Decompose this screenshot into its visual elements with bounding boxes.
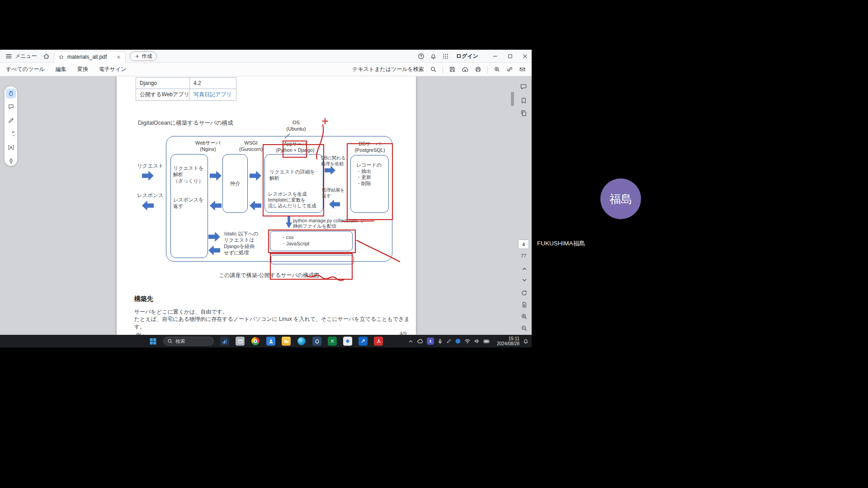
tray-chevron-up-icon[interactable] bbox=[408, 338, 414, 344]
clock-time: 15:11 bbox=[493, 336, 519, 342]
annotation-plus bbox=[322, 118, 328, 124]
app-monitor-icon[interactable] bbox=[220, 337, 229, 346]
create-button[interactable]: 作成 bbox=[130, 52, 157, 61]
save-icon[interactable] bbox=[449, 66, 456, 73]
taskbar: 検索 bbox=[0, 335, 532, 347]
search-icon bbox=[167, 338, 173, 344]
tray-pen-icon[interactable] bbox=[446, 338, 452, 344]
volume-icon[interactable] bbox=[474, 338, 480, 344]
menu-button[interactable]: メニュー bbox=[4, 52, 39, 61]
undo-tool-icon bbox=[8, 131, 14, 137]
app-pgadmin-icon[interactable] bbox=[312, 337, 321, 346]
add-text-tool-icon bbox=[8, 144, 14, 151]
tab-title: materials_all.pdf bbox=[67, 54, 107, 60]
notification-bell-icon[interactable] bbox=[523, 338, 529, 344]
login-button[interactable]: ログイン bbox=[454, 52, 480, 60]
windows-start-button[interactable] bbox=[149, 338, 157, 345]
print-icon[interactable] bbox=[475, 66, 481, 73]
title-bar: メニュー materials_all.pdf 作成 bbox=[0, 50, 532, 63]
apps-grid-icon[interactable] bbox=[442, 53, 449, 60]
all-tools-button[interactable]: すべてのツール bbox=[6, 66, 45, 73]
quick-tools-rail bbox=[5, 86, 17, 166]
pdf-page: Django 4.2 公開するWebアプリ 写真日記アプリ DigitalOce… bbox=[117, 76, 416, 335]
search-icon[interactable] bbox=[430, 66, 437, 73]
create-label: 作成 bbox=[142, 53, 152, 60]
hand-tool-icon bbox=[8, 90, 14, 97]
maximize-icon[interactable] bbox=[507, 53, 513, 59]
battery-icon[interactable] bbox=[483, 338, 490, 345]
star-icon[interactable] bbox=[58, 54, 64, 60]
annotation-strokes bbox=[117, 76, 416, 335]
comments-panel-button[interactable] bbox=[519, 82, 528, 92]
participant-avatar-label: 福島 bbox=[609, 192, 632, 206]
menu-label: メニュー bbox=[15, 52, 37, 60]
taskbar-search-label: 検索 bbox=[175, 338, 185, 345]
toolbar-separator bbox=[487, 66, 488, 73]
pages-panel-button[interactable] bbox=[519, 108, 528, 118]
scrollbar-thumb[interactable] bbox=[511, 92, 514, 106]
email-icon[interactable] bbox=[519, 66, 526, 73]
comment-tool-icon bbox=[8, 103, 14, 110]
next-page-button[interactable] bbox=[519, 275, 529, 285]
comment-tool[interactable] bbox=[6, 102, 16, 112]
tab-close-icon[interactable] bbox=[116, 55, 121, 60]
document-tab[interactable]: materials_all.pdf bbox=[54, 51, 126, 63]
esign-button[interactable]: 電子サイン bbox=[99, 66, 127, 73]
sign-tool-icon bbox=[8, 158, 14, 164]
file-explorer-icon[interactable] bbox=[282, 337, 291, 346]
tray-teams-icon[interactable] bbox=[427, 338, 434, 345]
find-icon[interactable] bbox=[494, 66, 500, 73]
annotation-curve bbox=[316, 125, 323, 159]
close-icon[interactable] bbox=[522, 53, 528, 59]
bookmarks-panel-button[interactable] bbox=[519, 95, 528, 105]
page-number-input[interactable]: 4 bbox=[518, 239, 529, 249]
toolbar-separator bbox=[443, 66, 443, 73]
prev-page-button[interactable] bbox=[519, 264, 529, 274]
tools-bar: すべてのツール 編集 変換 電子サイン テキストまたはツールを検索 bbox=[0, 63, 532, 76]
app-excel-icon[interactable] bbox=[328, 337, 337, 346]
tray-mic-icon[interactable] bbox=[437, 338, 443, 344]
app-photos-icon[interactable] bbox=[343, 337, 352, 346]
zoom-out-button[interactable] bbox=[519, 323, 529, 333]
convert-button[interactable]: 変換 bbox=[77, 66, 88, 73]
plus-icon bbox=[135, 54, 140, 59]
tray-app-dot-icon[interactable] bbox=[455, 338, 461, 344]
app-contacts-icon[interactable] bbox=[266, 337, 275, 346]
minimize-icon[interactable] bbox=[492, 53, 498, 59]
draw-tool-icon bbox=[8, 117, 14, 124]
clock-date: 2024/08/28 bbox=[493, 341, 519, 347]
link-icon[interactable] bbox=[506, 66, 513, 73]
app-edge-icon[interactable] bbox=[297, 337, 306, 346]
home-icon[interactable] bbox=[43, 53, 50, 60]
hamburger-menu-icon bbox=[5, 53, 12, 60]
app-window-icon[interactable] bbox=[236, 337, 245, 346]
help-icon[interactable] bbox=[418, 53, 425, 60]
taskbar-clock[interactable]: 15:11 2024/08/28 bbox=[493, 336, 519, 347]
search-hint-label[interactable]: テキストまたはツールを検索 bbox=[352, 66, 424, 73]
undo-tool[interactable] bbox=[6, 129, 16, 139]
draw-tool[interactable] bbox=[6, 116, 16, 126]
sign-tool[interactable] bbox=[6, 156, 16, 166]
wifi-icon[interactable] bbox=[464, 338, 471, 344]
hand-tool[interactable] bbox=[6, 89, 16, 99]
add-text-tool[interactable] bbox=[6, 142, 16, 152]
taskbar-search[interactable]: 検索 bbox=[163, 337, 214, 346]
export-button[interactable] bbox=[519, 300, 529, 310]
edit-button[interactable]: 編集 bbox=[56, 66, 66, 73]
rotate-button[interactable] bbox=[519, 288, 529, 298]
app-share-icon[interactable] bbox=[359, 337, 368, 346]
app-chrome-icon[interactable] bbox=[251, 337, 260, 346]
document-area: Django 4.2 公開するWebアプリ 写真日記アプリ DigitalOce… bbox=[0, 76, 532, 335]
tray-cloud-icon[interactable] bbox=[417, 338, 424, 345]
cloud-upload-icon[interactable] bbox=[462, 66, 469, 73]
annotation-squiggle bbox=[306, 275, 344, 281]
bell-icon[interactable] bbox=[430, 53, 437, 60]
participant-name: FUKUSHIMA福島 bbox=[537, 239, 585, 248]
os-connector-line bbox=[285, 134, 290, 138]
zoom-in-button[interactable] bbox=[519, 311, 529, 321]
page-total-label: 77 bbox=[518, 253, 529, 258]
app-acrobat-icon[interactable] bbox=[374, 337, 383, 346]
annotation-strike bbox=[342, 221, 374, 221]
acrobat-window: メニュー materials_all.pdf 作成 bbox=[0, 50, 532, 335]
screen: メニュー materials_all.pdf 作成 bbox=[0, 0, 868, 488]
